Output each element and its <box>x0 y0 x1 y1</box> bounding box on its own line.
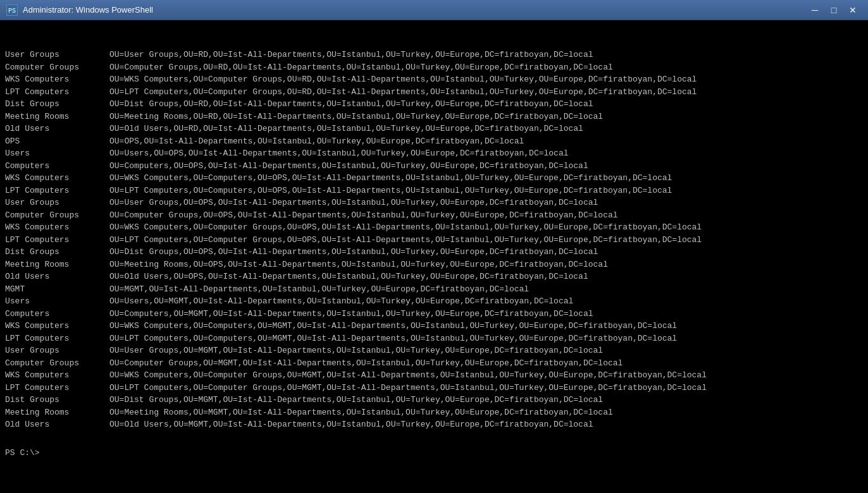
minimize-button[interactable]: ─ <box>806 3 824 17</box>
ou-name: Old Users <box>5 271 109 283</box>
window-controls: ─ □ ✕ <box>806 3 862 17</box>
ou-path: OU=Old Users,OU=MGMT,OU=Ist-All-Departme… <box>109 418 593 431</box>
svg-text:PS: PS <box>8 8 16 15</box>
table-row: Computer GroupsOU=Computer Groups,OU=MGM… <box>5 357 863 370</box>
ou-path: OU=LPT Computers,OU=Computer Groups,OU=R… <box>109 86 697 99</box>
ou-name: Meeting Rooms <box>5 259 109 271</box>
ou-path: OU=Users,OU=OPS,OU=Ist-All-Departments,O… <box>109 147 569 160</box>
ou-name: User Groups <box>5 344 109 357</box>
table-row: User GroupsOU=User Groups,OU=RD,OU=Ist-A… <box>5 49 863 61</box>
ou-name: Old Users <box>5 123 109 135</box>
ou-path: OU=Meeting Rooms,OU=MGMT,OU=Ist-All-Depa… <box>109 406 613 419</box>
window: PS Administrator: Windows PowerShell ─ □… <box>0 0 868 493</box>
ou-path: OU=Old Users,OU=OPS,OU=Ist-All-Departmen… <box>109 271 588 283</box>
ou-name: Computer Groups <box>5 61 109 74</box>
ou-name: Computers <box>5 160 109 173</box>
ou-path: OU=Meeting Rooms,OU=OPS,OU=Ist-All-Depar… <box>109 259 608 271</box>
ou-path: OU=WKS Computers,OU=Computer Groups,OU=O… <box>109 221 702 234</box>
ou-path: OU=Dist Groups,OU=MGMT,OU=Ist-All-Depart… <box>109 394 603 406</box>
ou-name: LPT Computers <box>5 332 109 345</box>
table-row: Dist GroupsOU=Dist Groups,OU=MGMT,OU=Ist… <box>5 394 863 406</box>
table-row: LPT ComputersOU=LPT Computers,OU=Compute… <box>5 86 863 99</box>
ou-name: OPS <box>5 135 109 148</box>
table-row: WKS ComputersOU=WKS Computers,OU=Compute… <box>5 73 863 86</box>
ou-name: Computer Groups <box>5 209 109 222</box>
ou-path: OU=WKS Computers,OU=Computers,OU=MGMT,OU… <box>109 320 677 332</box>
table-row: Meeting RoomsOU=Meeting Rooms,OU=MGMT,OU… <box>5 406 863 419</box>
ou-name: User Groups <box>5 49 109 61</box>
table-row: UsersOU=Users,OU=MGMT,OU=Ist-All-Departm… <box>5 295 863 308</box>
table-row: Computer GroupsOU=Computer Groups,OU=RD,… <box>5 61 863 74</box>
ou-name: MGMT <box>5 283 109 296</box>
ou-name: Computers <box>5 308 109 320</box>
table-row: ComputersOU=Computers,OU=OPS,OU=Ist-All-… <box>5 160 863 173</box>
table-row: Dist GroupsOU=Dist Groups,OU=RD,OU=Ist-A… <box>5 98 863 111</box>
ou-path: OU=Dist Groups,OU=OPS,OU=Ist-All-Departm… <box>109 246 598 259</box>
ou-path: OU=Computers,OU=OPS,OU=Ist-All-Departmen… <box>109 160 588 173</box>
ou-name: WKS Computers <box>5 73 109 86</box>
blank-line <box>5 431 863 444</box>
ou-name: LPT Computers <box>5 234 109 246</box>
ou-name: WKS Computers <box>5 369 109 382</box>
ou-path: OU=User Groups,OU=OPS,OU=Ist-All-Departm… <box>109 197 598 209</box>
table-row: LPT ComputersOU=LPT Computers,OU=Compute… <box>5 382 863 394</box>
ou-path: OU=LPT Computers,OU=Computer Groups,OU=O… <box>109 234 702 246</box>
table-row: WKS ComputersOU=WKS Computers,OU=Compute… <box>5 320 863 332</box>
ou-path: OU=Meeting Rooms,OU=RD,OU=Ist-All-Depart… <box>109 111 603 123</box>
ou-name: LPT Computers <box>5 185 109 197</box>
table-row: LPT ComputersOU=LPT Computers,OU=Compute… <box>5 332 863 345</box>
ou-path: OU=Dist Groups,OU=RD,OU=Ist-All-Departme… <box>109 98 593 111</box>
ou-path: OU=User Groups,OU=RD,OU=Ist-All-Departme… <box>109 49 593 61</box>
ou-name: LPT Computers <box>5 86 109 99</box>
table-row: ComputersOU=Computers,OU=MGMT,OU=Ist-All… <box>5 308 863 320</box>
table-row: Computer GroupsOU=Computer Groups,OU=OPS… <box>5 209 863 222</box>
table-row: Old UsersOU=Old Users,OU=OPS,OU=Ist-All-… <box>5 271 863 283</box>
table-row: WKS ComputersOU=WKS Computers,OU=Compute… <box>5 221 863 234</box>
ou-name: WKS Computers <box>5 172 109 185</box>
ou-name: WKS Computers <box>5 221 109 234</box>
ou-name: Users <box>5 147 109 160</box>
powershell-icon: PS <box>6 4 18 16</box>
window-title: Administrator: Windows PowerShell <box>23 5 153 15</box>
table-row: LPT ComputersOU=LPT Computers,OU=Compute… <box>5 185 863 197</box>
ou-name: LPT Computers <box>5 382 109 394</box>
ou-path: OU=WKS Computers,OU=Computers,OU=OPS,OU=… <box>109 172 672 185</box>
ou-path: OU=User Groups,OU=MGMT,OU=Ist-All-Depart… <box>109 344 603 357</box>
ou-path: OU=WKS Computers,OU=Computer Groups,OU=R… <box>109 73 697 86</box>
table-row: WKS ComputersOU=WKS Computers,OU=Compute… <box>5 369 863 382</box>
table-row: WKS ComputersOU=WKS Computers,OU=Compute… <box>5 172 863 185</box>
ou-path: OU=Computer Groups,OU=OPS,OU=Ist-All-Dep… <box>109 209 618 222</box>
table-row: UsersOU=Users,OU=OPS,OU=Ist-All-Departme… <box>5 147 863 160</box>
table-row: Dist GroupsOU=Dist Groups,OU=OPS,OU=Ist-… <box>5 246 863 259</box>
console-output: User GroupsOU=User Groups,OU=RD,OU=Ist-A… <box>0 20 868 493</box>
table-row: MGMTOU=MGMT,OU=Ist-All-Departments,OU=Is… <box>5 283 863 296</box>
ou-name: User Groups <box>5 197 109 209</box>
ou-name: Dist Groups <box>5 246 109 259</box>
ou-path: OU=LPT Computers,OU=Computers,OU=MGMT,OU… <box>109 332 677 345</box>
close-button[interactable]: ✕ <box>844 3 862 17</box>
ou-name: Dist Groups <box>5 98 109 111</box>
table-row: LPT ComputersOU=LPT Computers,OU=Compute… <box>5 234 863 246</box>
prompt-line: PS C:\> <box>5 447 863 460</box>
title-bar-left: PS Administrator: Windows PowerShell <box>6 4 153 16</box>
ou-name: Meeting Rooms <box>5 406 109 419</box>
ou-path: OU=LPT Computers,OU=Computers,OU=OPS,OU=… <box>109 185 672 197</box>
ou-name: Old Users <box>5 418 109 431</box>
ou-path: OU=Computer Groups,OU=MGMT,OU=Ist-All-De… <box>109 357 623 370</box>
ou-path: OU=Users,OU=MGMT,OU=Ist-All-Departments,… <box>109 295 573 308</box>
table-row: Meeting RoomsOU=Meeting Rooms,OU=RD,OU=I… <box>5 111 863 123</box>
table-row: Meeting RoomsOU=Meeting Rooms,OU=OPS,OU=… <box>5 259 863 271</box>
ou-path: OU=MGMT,OU=Ist-All-Departments,OU=Istanb… <box>109 283 529 296</box>
ou-path: OU=Old Users,OU=RD,OU=Ist-All-Department… <box>109 123 583 135</box>
table-row: OPSOU=OPS,OU=Ist-All-Departments,OU=Ista… <box>5 135 863 148</box>
table-row: User GroupsOU=User Groups,OU=OPS,OU=Ist-… <box>5 197 863 209</box>
ou-name: WKS Computers <box>5 320 109 332</box>
ou-name: Dist Groups <box>5 394 109 406</box>
ou-name: Meeting Rooms <box>5 111 109 123</box>
table-row: Old UsersOU=Old Users,OU=RD,OU=Ist-All-D… <box>5 123 863 135</box>
ou-path: OU=WKS Computers,OU=Computer Groups,OU=M… <box>109 369 707 382</box>
ou-path: OU=Computer Groups,OU=RD,OU=Ist-All-Depa… <box>109 61 613 74</box>
ou-name: Users <box>5 295 109 308</box>
maximize-button[interactable]: □ <box>825 3 843 17</box>
ou-path: OU=LPT Computers,OU=Computer Groups,OU=M… <box>109 382 707 394</box>
